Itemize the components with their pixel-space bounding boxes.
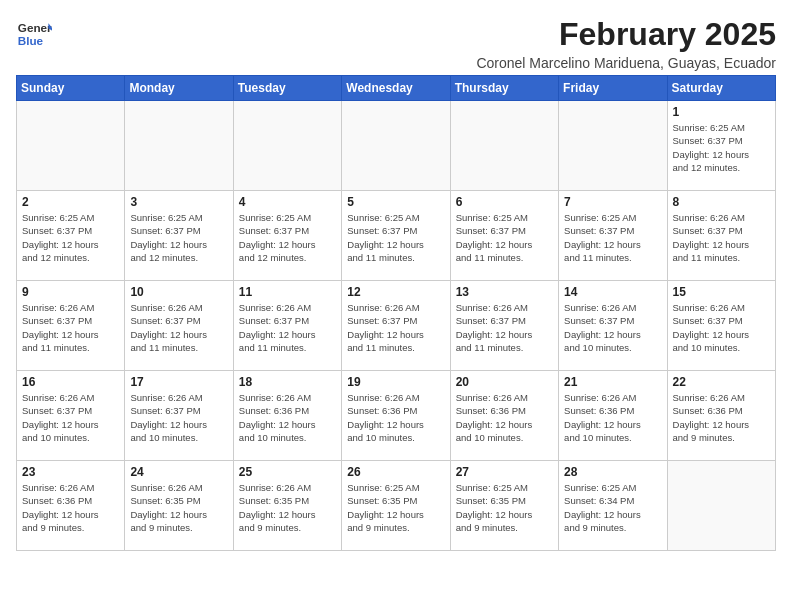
day-info: Sunrise: 6:25 AM Sunset: 6:35 PM Dayligh…	[347, 481, 444, 534]
calendar-cell: 26Sunrise: 6:25 AM Sunset: 6:35 PM Dayli…	[342, 461, 450, 551]
day-of-week-header: Monday	[125, 76, 233, 101]
calendar-cell: 27Sunrise: 6:25 AM Sunset: 6:35 PM Dayli…	[450, 461, 558, 551]
day-info: Sunrise: 6:26 AM Sunset: 6:37 PM Dayligh…	[130, 301, 227, 354]
logo-icon: General Blue	[16, 16, 52, 52]
day-info: Sunrise: 6:26 AM Sunset: 6:37 PM Dayligh…	[673, 211, 770, 264]
calendar-cell: 14Sunrise: 6:26 AM Sunset: 6:37 PM Dayli…	[559, 281, 667, 371]
day-of-week-header: Friday	[559, 76, 667, 101]
day-number: 28	[564, 465, 661, 479]
day-info: Sunrise: 6:26 AM Sunset: 6:36 PM Dayligh…	[347, 391, 444, 444]
day-info: Sunrise: 6:25 AM Sunset: 6:34 PM Dayligh…	[564, 481, 661, 534]
calendar-cell: 25Sunrise: 6:26 AM Sunset: 6:35 PM Dayli…	[233, 461, 341, 551]
day-number: 9	[22, 285, 119, 299]
day-of-week-header: Tuesday	[233, 76, 341, 101]
day-info: Sunrise: 6:26 AM Sunset: 6:36 PM Dayligh…	[456, 391, 553, 444]
day-info: Sunrise: 6:26 AM Sunset: 6:37 PM Dayligh…	[239, 301, 336, 354]
calendar-cell: 19Sunrise: 6:26 AM Sunset: 6:36 PM Dayli…	[342, 371, 450, 461]
day-info: Sunrise: 6:26 AM Sunset: 6:36 PM Dayligh…	[239, 391, 336, 444]
calendar-table: SundayMondayTuesdayWednesdayThursdayFrid…	[16, 75, 776, 551]
calendar-week-row: 16Sunrise: 6:26 AM Sunset: 6:37 PM Dayli…	[17, 371, 776, 461]
day-number: 10	[130, 285, 227, 299]
day-number: 25	[239, 465, 336, 479]
day-number: 19	[347, 375, 444, 389]
calendar-cell: 22Sunrise: 6:26 AM Sunset: 6:36 PM Dayli…	[667, 371, 775, 461]
day-number: 24	[130, 465, 227, 479]
day-number: 13	[456, 285, 553, 299]
day-info: Sunrise: 6:25 AM Sunset: 6:37 PM Dayligh…	[456, 211, 553, 264]
day-number: 22	[673, 375, 770, 389]
day-info: Sunrise: 6:25 AM Sunset: 6:37 PM Dayligh…	[564, 211, 661, 264]
month-title: February 2025	[476, 16, 776, 53]
calendar-cell: 9Sunrise: 6:26 AM Sunset: 6:37 PM Daylig…	[17, 281, 125, 371]
calendar-week-row: 23Sunrise: 6:26 AM Sunset: 6:36 PM Dayli…	[17, 461, 776, 551]
day-number: 8	[673, 195, 770, 209]
calendar-cell	[17, 101, 125, 191]
calendar-cell: 7Sunrise: 6:25 AM Sunset: 6:37 PM Daylig…	[559, 191, 667, 281]
calendar-cell: 15Sunrise: 6:26 AM Sunset: 6:37 PM Dayli…	[667, 281, 775, 371]
day-info: Sunrise: 6:25 AM Sunset: 6:35 PM Dayligh…	[456, 481, 553, 534]
calendar-cell: 8Sunrise: 6:26 AM Sunset: 6:37 PM Daylig…	[667, 191, 775, 281]
calendar-cell: 3Sunrise: 6:25 AM Sunset: 6:37 PM Daylig…	[125, 191, 233, 281]
day-number: 27	[456, 465, 553, 479]
calendar-cell: 20Sunrise: 6:26 AM Sunset: 6:36 PM Dayli…	[450, 371, 558, 461]
day-info: Sunrise: 6:26 AM Sunset: 6:35 PM Dayligh…	[130, 481, 227, 534]
calendar-week-row: 2Sunrise: 6:25 AM Sunset: 6:37 PM Daylig…	[17, 191, 776, 281]
logo: General Blue	[16, 16, 52, 52]
calendar-cell: 1Sunrise: 6:25 AM Sunset: 6:37 PM Daylig…	[667, 101, 775, 191]
day-number: 6	[456, 195, 553, 209]
day-number: 7	[564, 195, 661, 209]
calendar-cell: 2Sunrise: 6:25 AM Sunset: 6:37 PM Daylig…	[17, 191, 125, 281]
day-info: Sunrise: 6:25 AM Sunset: 6:37 PM Dayligh…	[347, 211, 444, 264]
day-number: 26	[347, 465, 444, 479]
calendar-cell	[667, 461, 775, 551]
day-number: 14	[564, 285, 661, 299]
calendar-cell: 6Sunrise: 6:25 AM Sunset: 6:37 PM Daylig…	[450, 191, 558, 281]
day-number: 12	[347, 285, 444, 299]
day-number: 11	[239, 285, 336, 299]
day-info: Sunrise: 6:25 AM Sunset: 6:37 PM Dayligh…	[130, 211, 227, 264]
day-info: Sunrise: 6:26 AM Sunset: 6:37 PM Dayligh…	[22, 301, 119, 354]
calendar-cell: 21Sunrise: 6:26 AM Sunset: 6:36 PM Dayli…	[559, 371, 667, 461]
day-number: 1	[673, 105, 770, 119]
day-info: Sunrise: 6:25 AM Sunset: 6:37 PM Dayligh…	[239, 211, 336, 264]
day-number: 3	[130, 195, 227, 209]
day-number: 18	[239, 375, 336, 389]
calendar-cell	[233, 101, 341, 191]
day-info: Sunrise: 6:26 AM Sunset: 6:37 PM Dayligh…	[347, 301, 444, 354]
day-info: Sunrise: 6:26 AM Sunset: 6:37 PM Dayligh…	[673, 301, 770, 354]
day-info: Sunrise: 6:26 AM Sunset: 6:37 PM Dayligh…	[130, 391, 227, 444]
day-number: 21	[564, 375, 661, 389]
calendar-cell: 17Sunrise: 6:26 AM Sunset: 6:37 PM Dayli…	[125, 371, 233, 461]
calendar-cell: 24Sunrise: 6:26 AM Sunset: 6:35 PM Dayli…	[125, 461, 233, 551]
calendar-header-row: SundayMondayTuesdayWednesdayThursdayFrid…	[17, 76, 776, 101]
day-number: 2	[22, 195, 119, 209]
calendar-cell: 12Sunrise: 6:26 AM Sunset: 6:37 PM Dayli…	[342, 281, 450, 371]
location-subtitle: Coronel Marcelino Mariduena, Guayas, Ecu…	[476, 55, 776, 71]
day-info: Sunrise: 6:26 AM Sunset: 6:37 PM Dayligh…	[22, 391, 119, 444]
day-of-week-header: Thursday	[450, 76, 558, 101]
day-of-week-header: Wednesday	[342, 76, 450, 101]
day-info: Sunrise: 6:26 AM Sunset: 6:36 PM Dayligh…	[564, 391, 661, 444]
calendar-cell: 18Sunrise: 6:26 AM Sunset: 6:36 PM Dayli…	[233, 371, 341, 461]
calendar-cell: 5Sunrise: 6:25 AM Sunset: 6:37 PM Daylig…	[342, 191, 450, 281]
day-info: Sunrise: 6:25 AM Sunset: 6:37 PM Dayligh…	[22, 211, 119, 264]
day-of-week-header: Saturday	[667, 76, 775, 101]
day-info: Sunrise: 6:26 AM Sunset: 6:37 PM Dayligh…	[456, 301, 553, 354]
calendar-cell: 10Sunrise: 6:26 AM Sunset: 6:37 PM Dayli…	[125, 281, 233, 371]
calendar-cell	[342, 101, 450, 191]
calendar-cell	[125, 101, 233, 191]
calendar-cell: 4Sunrise: 6:25 AM Sunset: 6:37 PM Daylig…	[233, 191, 341, 281]
day-number: 15	[673, 285, 770, 299]
page-header: General Blue February 2025 Coronel Marce…	[16, 16, 776, 71]
day-number: 4	[239, 195, 336, 209]
calendar-cell: 28Sunrise: 6:25 AM Sunset: 6:34 PM Dayli…	[559, 461, 667, 551]
calendar-cell: 23Sunrise: 6:26 AM Sunset: 6:36 PM Dayli…	[17, 461, 125, 551]
day-info: Sunrise: 6:26 AM Sunset: 6:35 PM Dayligh…	[239, 481, 336, 534]
day-info: Sunrise: 6:25 AM Sunset: 6:37 PM Dayligh…	[673, 121, 770, 174]
day-number: 5	[347, 195, 444, 209]
calendar-cell: 13Sunrise: 6:26 AM Sunset: 6:37 PM Dayli…	[450, 281, 558, 371]
day-of-week-header: Sunday	[17, 76, 125, 101]
day-number: 17	[130, 375, 227, 389]
calendar-cell: 16Sunrise: 6:26 AM Sunset: 6:37 PM Dayli…	[17, 371, 125, 461]
calendar-week-row: 1Sunrise: 6:25 AM Sunset: 6:37 PM Daylig…	[17, 101, 776, 191]
